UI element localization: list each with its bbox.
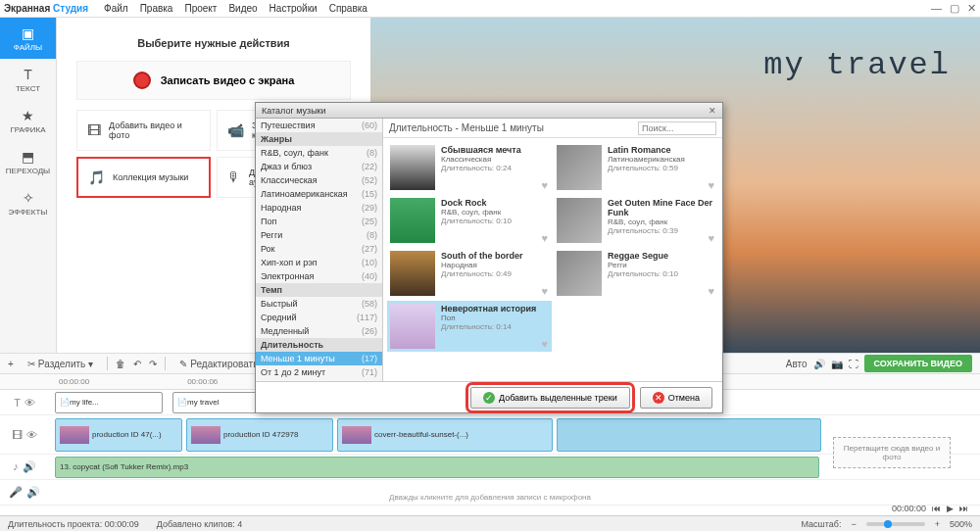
menu-help[interactable]: Справка [329, 3, 368, 14]
category-item[interactable]: Латиноамериканская(15) [256, 187, 382, 201]
search-input[interactable] [638, 121, 716, 135]
text-track-icon: T [14, 397, 21, 409]
music-collection-button[interactable]: 🎵Коллекция музыки [76, 157, 211, 198]
track-cover [557, 251, 602, 296]
camera-icon: 📹 [227, 122, 244, 138]
video-clip[interactable]: production ID 47(...) [55, 418, 182, 452]
track-item[interactable]: South of the borderНароднаяДлительность:… [387, 248, 552, 299]
trash-icon[interactable]: 🗑 [116, 359, 125, 369]
eye-icon[interactable]: 👁 [24, 397, 35, 409]
close-icon[interactable]: ✕ [967, 2, 976, 15]
panel-title: Выберите нужные действия [76, 37, 351, 49]
cancel-button[interactable]: ✕Отмена [640, 387, 712, 409]
maximize-icon[interactable]: ▢ [950, 2, 959, 15]
heart-icon[interactable]: ♥ [708, 232, 714, 244]
split-button[interactable]: ✂ Разделить ▾ [22, 357, 99, 371]
category-header-tempo: Темп [256, 283, 382, 297]
video-clip-empty[interactable] [557, 418, 821, 452]
category-item[interactable]: Рок(27) [256, 242, 382, 256]
sidebar-effects[interactable]: ✧ЭФФЕКТЫ [0, 182, 56, 223]
next-icon[interactable]: ⏭ [959, 504, 968, 513]
category-item[interactable]: Народная(29) [256, 201, 382, 215]
category-item[interactable]: Медленный(26) [256, 324, 382, 338]
menu-edit[interactable]: Правка [140, 3, 173, 14]
sidebar-text[interactable]: TТЕКСТ [0, 59, 56, 100]
add-media-button[interactable]: 🎞Добавить видео и фото [76, 110, 211, 151]
edit-button[interactable]: ✎ Редактировать [173, 357, 264, 371]
category-item[interactable]: Регги(8) [256, 228, 382, 242]
snapshot-icon[interactable]: 📷 [831, 359, 843, 369]
audio-track-icon: ♪ [13, 460, 19, 473]
prev-icon[interactable]: ⏮ [932, 504, 941, 513]
record-icon [133, 72, 151, 89]
track-item[interactable]: Get Outen Mine Face Der FunkR&B, соул, ф… [554, 195, 718, 246]
category-item[interactable]: Поп(25) [256, 215, 382, 228]
dialog-close-icon[interactable]: ✕ [709, 106, 716, 116]
minimize-icon[interactable]: — [931, 2, 942, 15]
undo-icon[interactable]: ↶ [133, 359, 141, 369]
heart-icon[interactable]: ♥ [541, 179, 548, 191]
track-item[interactable]: Reggae SegueРеггиДлительность: 0:10 ♥ [554, 248, 718, 299]
play-icon[interactable]: ▶ [947, 504, 954, 513]
dialog-titlebar: Каталог музыки ✕ [256, 103, 722, 119]
fullscreen-icon[interactable]: ⛶ [849, 359, 858, 369]
zoom-value: 500% [950, 519, 972, 529]
check-icon: ✓ [483, 392, 495, 404]
audio-icon[interactable]: 🔊 [813, 359, 825, 369]
main-menu: Файл Правка Проект Видео Настройки Справ… [104, 3, 368, 14]
category-item[interactable]: Путешествия(60) [256, 119, 382, 132]
star-icon: ★ [22, 108, 34, 123]
video-clip[interactable]: production ID 472978 [186, 418, 333, 452]
category-item[interactable]: R&B, соул, фанк(8) [256, 146, 382, 160]
category-item[interactable]: Меньше 1 минуты(17) [256, 352, 382, 365]
save-video-button[interactable]: СОХРАНИТЬ ВИДЕО [864, 355, 972, 372]
category-header-duration: Длительность [256, 338, 382, 352]
heart-icon[interactable]: ♥ [708, 179, 714, 191]
sidebar-transitions[interactable]: ⬒ПЕРЕХОДЫ [0, 141, 56, 182]
playback-controls: 00:00:00 ⏮ ▶ ⏭ [892, 504, 968, 513]
track-item[interactable]: Latin RomanceЛатиноамериканскаяДлительно… [554, 142, 718, 193]
sidebar-graphics[interactable]: ★ГРАФИКА [0, 100, 56, 141]
track-item[interactable]: Сбывшаяся мечтаКлассическаяДлительность:… [387, 142, 552, 193]
wand-icon: ✧ [23, 190, 34, 206]
menu-file[interactable]: Файл [104, 3, 128, 14]
heart-icon[interactable]: ♥ [541, 232, 548, 244]
add-selected-tracks-button[interactable]: ✓Добавить выделенные треки [470, 387, 630, 409]
heart-icon[interactable]: ♥ [541, 338, 548, 350]
cancel-icon: ✕ [653, 392, 664, 404]
record-screen-button[interactable]: Записать видео с экрана [76, 61, 351, 100]
menu-settings[interactable]: Настройки [270, 3, 318, 14]
playback-time: 00:00:00 [892, 504, 926, 513]
category-item[interactable]: Средний(117) [256, 311, 382, 324]
preview-title-overlay: my travel [763, 47, 951, 83]
video-clip[interactable]: coverr-beautiful-sunset-(...) [337, 418, 553, 452]
text-clip[interactable]: 📄 my life... [55, 392, 163, 413]
category-item[interactable]: Джаз и блюз(22) [256, 160, 382, 173]
track-cover [557, 145, 602, 190]
audio-clip[interactable]: 13. copycat (Sofi Tukker Remix).mp3 [55, 457, 819, 478]
timeline-dropzone[interactable]: Перетащите сюда видео и фото [833, 437, 951, 468]
zoom-in-icon[interactable]: + [935, 519, 940, 529]
category-item[interactable]: Быстрый(58) [256, 297, 382, 311]
category-item[interactable]: От 1 до 2 минут(71) [256, 365, 382, 379]
speaker-icon[interactable]: 🔊 [26, 486, 40, 499]
statusbar: Длительность проекта: 00:00:09 Добавлено… [0, 515, 980, 531]
sidebar-files[interactable]: ▣ФАЙЛЫ [0, 18, 56, 59]
zoom-out-icon[interactable]: − [851, 519, 856, 529]
menu-project[interactable]: Проект [184, 3, 217, 14]
heart-icon[interactable]: ♥ [541, 285, 548, 297]
category-item[interactable]: Классическая(52) [256, 173, 382, 187]
window-controls: — ▢ ✕ [931, 2, 976, 15]
category-item[interactable]: Электронная(40) [256, 269, 382, 283]
track-item[interactable]: Dock RockR&B, соул, фанкДлительность: 0:… [387, 195, 552, 246]
speaker-icon[interactable]: 🔊 [23, 460, 36, 473]
category-item[interactable]: Хип-хоп и рэп(10) [256, 256, 382, 269]
track-item[interactable]: Невероятная историяПопДлительность: 0:14… [387, 301, 552, 352]
music-icon: 🎵 [88, 169, 105, 185]
eye-icon[interactable]: 👁 [26, 429, 37, 441]
redo-icon[interactable]: ↷ [149, 359, 157, 369]
add-icon[interactable]: + [8, 359, 14, 369]
menu-video[interactable]: Видео [228, 3, 257, 14]
zoom-slider[interactable] [866, 522, 925, 526]
heart-icon[interactable]: ♥ [708, 285, 714, 297]
